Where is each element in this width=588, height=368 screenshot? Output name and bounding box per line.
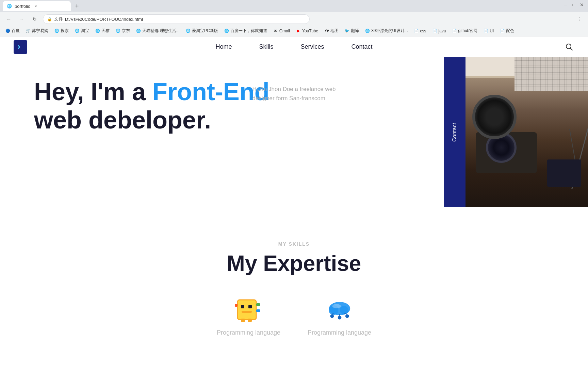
skill-item-cloud: Programming language bbox=[308, 296, 371, 336]
bookmark-maps-label: 地图 bbox=[330, 28, 339, 34]
bookmark-translate[interactable]: 🐦 翻译 bbox=[342, 27, 362, 34]
svg-rect-11 bbox=[248, 319, 252, 322]
browser-toolbar: ⋮ bbox=[574, 14, 584, 24]
nav-item-services[interactable]: Services bbox=[300, 43, 324, 50]
jd-icon: 🌐 bbox=[116, 29, 120, 33]
browser-close[interactable]: ✕ bbox=[578, 1, 585, 8]
skills-grid: Programming language bbox=[34, 296, 554, 336]
back-button[interactable]: ← bbox=[4, 14, 14, 24]
svg-rect-2 bbox=[238, 300, 256, 320]
bookmark-gmail[interactable]: ✉ Gmail bbox=[271, 28, 293, 34]
bookmark-tianmao[interactable]: 🌐 天猫 bbox=[93, 27, 112, 34]
url-bar[interactable]: 🔒 文件 D:/Vs%20Code/PORTFOUO/index.html bbox=[43, 14, 310, 24]
active-tab[interactable]: 🌐 portfolio × bbox=[3, 1, 71, 11]
baidu2-icon: 🌐 bbox=[224, 29, 229, 33]
svg-point-15 bbox=[330, 314, 334, 318]
tab-bar: 🌐 portfolio × + ─ □ ✕ bbox=[0, 0, 588, 12]
bookmark-aitaobao[interactable]: 🌐 爱淘宝PC新版 bbox=[183, 27, 221, 34]
hero-title-highlight: Front-End bbox=[152, 78, 270, 105]
skills-title: My Expertise bbox=[34, 251, 554, 276]
search-icon bbox=[566, 43, 573, 51]
hero-bio-line2: designer form San-franscom bbox=[252, 95, 325, 102]
colors-icon: 📄 bbox=[500, 29, 505, 33]
svg-point-16 bbox=[338, 316, 341, 320]
website-content: Home Skills Services Contact Hey, I'm a … bbox=[0, 36, 588, 350]
coding-skill-icon bbox=[235, 296, 262, 324]
bookmark-jd[interactable]: 🌐 京东 bbox=[113, 27, 133, 34]
hero-bio-text: Hi,I'm Jhon Doe a freelance web designer… bbox=[252, 85, 336, 103]
bookmark-search-label: 搜索 bbox=[61, 28, 69, 34]
search-bookmark-icon: 🌐 bbox=[54, 29, 59, 33]
tianmao-icon: 🌐 bbox=[95, 29, 100, 33]
bookmark-colors-label: 配色 bbox=[506, 28, 514, 34]
github-icon: 📄 bbox=[452, 29, 457, 33]
bookmark-tianmao-label: 天猫 bbox=[101, 28, 110, 34]
taobao-icon: 🌐 bbox=[75, 29, 80, 33]
bookmark-baidu-label: 百度 bbox=[12, 28, 20, 34]
bookmark-ui2[interactable]: 📄 UI bbox=[481, 28, 496, 34]
bookmark-css-label: css bbox=[420, 29, 426, 33]
bookmark-suning[interactable]: 🛒 苏宁易购 bbox=[23, 27, 51, 34]
tianmao2-icon: 🌐 bbox=[136, 29, 141, 33]
nav-link-contact[interactable]: Contact bbox=[352, 43, 373, 50]
bookmark-ui-label: 39种漂亮的UI设计... bbox=[371, 28, 408, 34]
bookmark-ui2-label: UI bbox=[490, 29, 494, 33]
bookmark-css[interactable]: 📄 css bbox=[411, 28, 429, 34]
bookmark-java-label: java bbox=[439, 29, 446, 33]
hero-image-container: Contact bbox=[444, 57, 588, 207]
site-nav: Home Skills Services Contact bbox=[0, 36, 588, 57]
skill-label-cloud: Programming language bbox=[308, 329, 371, 336]
tab-close-button[interactable]: × bbox=[33, 3, 38, 9]
nav-link-services[interactable]: Services bbox=[300, 43, 324, 50]
svg-rect-5 bbox=[248, 305, 252, 308]
gmail-icon: ✉ bbox=[273, 29, 278, 33]
browser-maximize[interactable]: □ bbox=[570, 1, 577, 8]
skill-item-coding: Programming language bbox=[217, 296, 280, 336]
browser-minimize[interactable]: ─ bbox=[562, 1, 569, 8]
bookmark-suning-label: 苏宁易购 bbox=[32, 28, 48, 34]
hero-title-plain: Hey, I'm a bbox=[34, 78, 152, 105]
bookmark-translate-label: 翻译 bbox=[351, 28, 359, 34]
nav-item-skills[interactable]: Skills bbox=[259, 43, 273, 50]
svg-rect-4 bbox=[241, 305, 244, 308]
bookmark-colors[interactable]: 📄 配色 bbox=[497, 27, 517, 34]
nav-item-home[interactable]: Home bbox=[215, 43, 232, 50]
nav-link-skills[interactable]: Skills bbox=[259, 43, 273, 50]
bookmark-tianmao2-label: 天猫精选-理想生活... bbox=[142, 28, 180, 34]
bookmark-taobao[interactable]: 🌐 淘宝 bbox=[72, 27, 92, 34]
contact-tab[interactable]: Contact bbox=[444, 57, 466, 207]
maps-icon: 🗺 bbox=[324, 29, 329, 33]
ui2-icon: 📄 bbox=[484, 29, 488, 33]
java-icon: 📄 bbox=[432, 29, 437, 33]
css-icon: 📄 bbox=[414, 29, 419, 33]
bookmark-aitaobao-label: 爱淘宝PC新版 bbox=[192, 28, 218, 34]
reload-button[interactable]: ↻ bbox=[30, 14, 39, 24]
bookmark-baidu[interactable]: 🔵 百度 bbox=[3, 27, 22, 34]
bookmark-taobao-label: 淘宝 bbox=[81, 28, 89, 34]
coding-icon-svg bbox=[235, 296, 262, 324]
bookmark-ui[interactable]: 🌐 39种漂亮的UI设计... bbox=[362, 27, 410, 34]
nav-links-list: Home Skills Services Contact bbox=[215, 43, 372, 50]
bookmark-baidu2[interactable]: 🌐 百度一下，你就知道 bbox=[222, 27, 270, 34]
nav-item-contact[interactable]: Contact bbox=[352, 43, 373, 50]
site-logo[interactable] bbox=[14, 40, 27, 54]
bookmark-java[interactable]: 📄 java bbox=[430, 28, 449, 34]
extensions-button[interactable]: ⋮ bbox=[574, 14, 584, 24]
svg-rect-0 bbox=[17, 44, 24, 50]
ui-design-icon: 🌐 bbox=[365, 29, 370, 33]
youtube-icon: ▶ bbox=[296, 29, 301, 33]
skills-subtitle: MY SKILLS bbox=[34, 241, 554, 247]
bookmark-youtube-label: YouTube bbox=[302, 29, 318, 33]
bookmark-jd-label: 京东 bbox=[122, 28, 130, 34]
new-tab-button[interactable]: + bbox=[72, 1, 82, 11]
url-path: D:/Vs%20Code/PORTFOUO/index.html bbox=[65, 17, 143, 22]
aitaobao-icon: 🌐 bbox=[186, 29, 191, 33]
nav-link-home[interactable]: Home bbox=[215, 43, 232, 50]
search-button[interactable] bbox=[564, 42, 574, 52]
bookmark-maps[interactable]: 🗺 地图 bbox=[322, 27, 341, 34]
bookmark-youtube[interactable]: ▶ YouTube bbox=[293, 28, 321, 34]
bookmark-tianmao2[interactable]: 🌐 天猫精选-理想生活... bbox=[133, 27, 182, 34]
bookmark-github[interactable]: 📄 github官网 bbox=[450, 27, 480, 34]
bookmark-search[interactable]: 🌐 搜索 bbox=[52, 27, 71, 34]
forward-button[interactable]: → bbox=[17, 14, 27, 24]
